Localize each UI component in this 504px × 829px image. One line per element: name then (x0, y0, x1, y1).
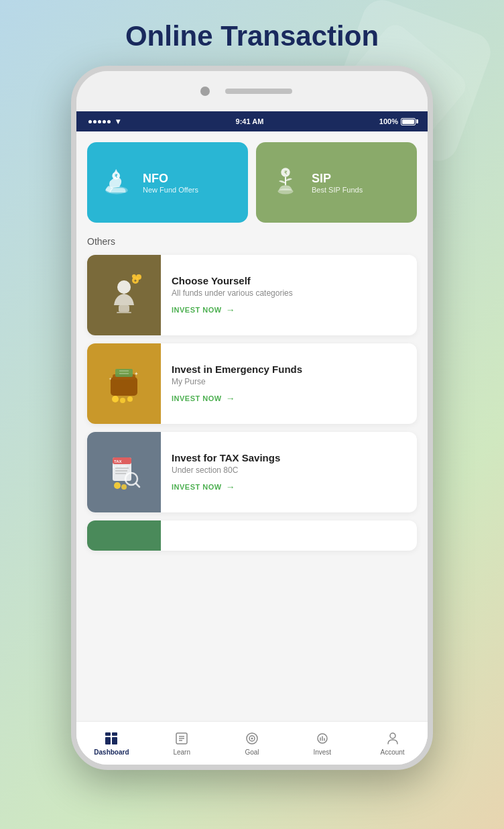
svg-point-32 (114, 482, 121, 489)
svg-point-19 (120, 398, 125, 403)
svg-rect-37 (112, 737, 117, 744)
tax-icon: TAX RETURN (87, 432, 161, 512)
signal-dot (103, 120, 106, 123)
choose-yourself-invest-btn[interactable]: INVEST NOW → (172, 305, 235, 315)
emergency-funds-item[interactable]: ✦ ✦ Invest in Emergency Funds My Purse I… (87, 343, 417, 424)
bottom-nav: Dashboard Learn Goal (76, 721, 428, 765)
svg-rect-36 (105, 737, 111, 744)
learn-icon (174, 730, 190, 747)
goal-icon (244, 730, 260, 747)
nav-goal[interactable]: Goal (217, 730, 288, 756)
svg-point-33 (121, 484, 127, 490)
nfo-title: NFO (143, 172, 198, 186)
svg-line-31 (136, 484, 139, 487)
invest-icon (314, 730, 330, 747)
emergency-funds-title: Invest in Emergency Funds (172, 364, 406, 375)
nfo-card-text: NFO New Fund Offers (143, 172, 198, 194)
tax-savings-subtitle: Under section 80C (172, 465, 406, 475)
sip-card-text: SIP Best SIP Funds (312, 172, 363, 194)
nfo-subtitle: New Fund Offers (143, 186, 198, 194)
svg-rect-12 (117, 312, 131, 313)
wifi-icon: ▾ (116, 117, 120, 126)
svg-point-45 (390, 733, 395, 738)
svg-rect-11 (119, 305, 129, 312)
sip-card-icon: ₹ (267, 164, 304, 201)
signal-dot (88, 120, 92, 123)
dashboard-icon (103, 730, 119, 747)
phone-speaker (225, 89, 292, 94)
emergency-funds-invest-btn[interactable]: INVEST NOW → (172, 393, 235, 404)
tax-savings-title: Invest for TAX Savings (172, 452, 406, 463)
svg-text:✦: ✦ (109, 377, 112, 381)
nav-account-label: Account (381, 749, 405, 756)
partial-item-icon (87, 520, 161, 551)
svg-point-18 (112, 396, 119, 402)
emergency-icon: ✦ ✦ (87, 343, 161, 424)
nav-dashboard[interactable]: Dashboard (76, 730, 147, 756)
nfo-card[interactable]: ₹ NFO New Fund Offers (87, 142, 248, 223)
battery-icon (401, 118, 416, 125)
svg-rect-13 (111, 377, 137, 396)
nav-goal-label: Goal (245, 749, 259, 756)
phone-camera (200, 87, 210, 96)
nav-invest[interactable]: Invest (287, 730, 357, 756)
status-bar: ▾ 9:41 AM 100% (76, 111, 428, 131)
status-left: ▾ (88, 117, 120, 126)
nav-learn[interactable]: Learn (147, 730, 217, 756)
nav-account[interactable]: Account (357, 730, 428, 756)
arrow-right-icon: → (226, 305, 236, 315)
screen-content: ₹ NFO New Fund Offers (76, 131, 428, 606)
partial-item (87, 520, 417, 551)
sip-subtitle: Best SIP Funds (312, 186, 363, 194)
screen: ₹ NFO New Fund Offers (76, 131, 428, 765)
phone-top (76, 71, 428, 111)
svg-rect-15 (115, 369, 133, 377)
nav-learn-label: Learn (173, 749, 190, 756)
svg-rect-35 (112, 732, 117, 736)
sip-title: SIP (312, 172, 363, 186)
emergency-funds-subtitle: My Purse (172, 377, 406, 386)
battery-percent: 100% (379, 117, 398, 125)
tax-savings-content: Invest for TAX Savings Under section 80C… (161, 443, 417, 502)
sip-card[interactable]: ₹ SIP Best SIP Funds (256, 142, 417, 223)
tax-savings-invest-btn[interactable]: INVEST NOW → (172, 482, 235, 492)
others-label: Others (87, 236, 417, 247)
arrow-right-icon: → (226, 393, 236, 404)
choose-yourself-item[interactable]: ✦ Choose Yourself All funds under variou… (87, 255, 417, 335)
svg-text:TAX: TAX (114, 459, 122, 463)
account-icon (385, 730, 401, 747)
choose-yourself-content: Choose Yourself All funds under various … (161, 266, 417, 325)
battery-fill (402, 119, 414, 124)
svg-text:✦: ✦ (133, 278, 137, 283)
partial-item-content (161, 527, 417, 545)
phone-frame: ▾ 9:41 AM 100% (71, 66, 433, 770)
svg-text:✦: ✦ (134, 371, 139, 377)
choose-yourself-title: Choose Yourself (172, 275, 406, 286)
nfo-card-icon: ₹ (98, 164, 135, 201)
svg-point-44 (251, 738, 253, 740)
nav-invest-label: Invest (313, 749, 331, 756)
choose-yourself-subtitle: All funds under various categories (172, 288, 406, 298)
signal-dot (98, 120, 101, 123)
signal-dot (93, 120, 97, 123)
arrow-right-icon: → (226, 482, 236, 492)
status-time: 9:41 AM (236, 117, 264, 125)
nav-dashboard-label: Dashboard (94, 749, 129, 756)
svg-point-20 (127, 396, 133, 402)
svg-rect-34 (105, 732, 111, 736)
signal-dot (107, 120, 111, 123)
tax-savings-item[interactable]: TAX RETURN Invest for TAX Saving (87, 432, 417, 512)
page-title: Online Transaction (125, 20, 379, 52)
status-right: 100% (379, 117, 416, 125)
emergency-funds-content: Invest in Emergency Funds My Purse INVES… (161, 354, 417, 413)
svg-point-6 (117, 280, 131, 294)
signal-dots (88, 120, 111, 123)
top-cards-row: ₹ NFO New Fund Offers (87, 142, 417, 223)
choose-icon: ✦ (87, 255, 161, 335)
